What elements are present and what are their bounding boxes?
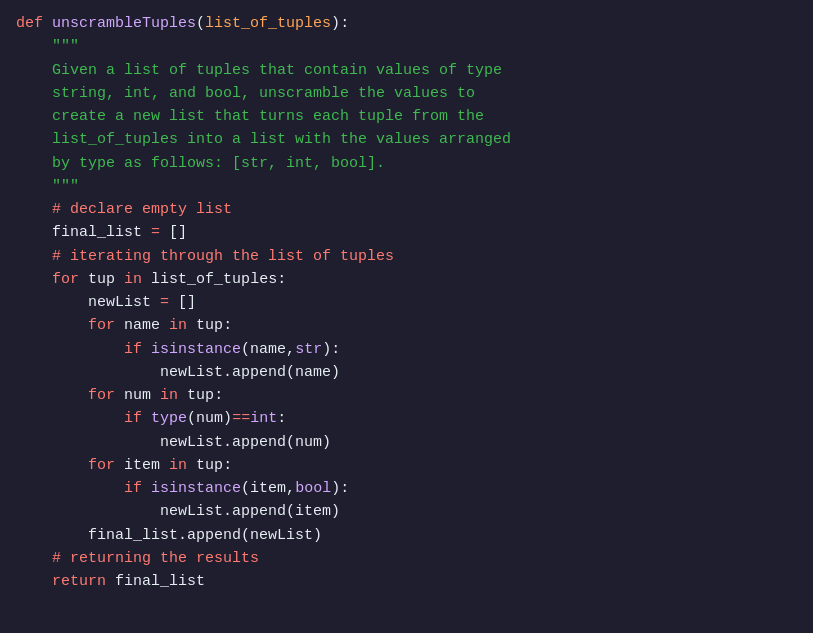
- code-line-append1: newList.append(name): [16, 361, 797, 384]
- code-line-doc3: create a new list that turns each tuple …: [16, 105, 797, 128]
- code-line-final-append: final_list.append(newList): [16, 524, 797, 547]
- code-line-comment1: # declare empty list: [16, 198, 797, 221]
- code-line-newlist: newList = []: [16, 291, 797, 314]
- code-line-if2: if type(num)==int:: [16, 407, 797, 430]
- code-line-doc1: Given a list of tuples that contain valu…: [16, 59, 797, 82]
- code-line-append2: newList.append(num): [16, 431, 797, 454]
- code-line-if3: if isinstance(item,bool):: [16, 477, 797, 500]
- code-line-doc5: by type as follows: [str, int, bool].: [16, 152, 797, 175]
- code-line-final-list: final_list = []: [16, 221, 797, 244]
- code-line-for3: for num in tup:: [16, 384, 797, 407]
- code-line-docclose: """: [16, 175, 797, 198]
- code-line-comment2: # iterating through the list of tuples: [16, 245, 797, 268]
- code-line-comment3: # returning the results: [16, 547, 797, 570]
- code-line-for1: for tup in list_of_tuples:: [16, 268, 797, 291]
- code-line-docopen: """: [16, 35, 797, 58]
- code-editor: def unscrambleTuples(list_of_tuples): ""…: [0, 0, 813, 633]
- code-line-doc4: list_of_tuples into a list with the valu…: [16, 128, 797, 151]
- code-line-for2: for name in tup:: [16, 314, 797, 337]
- code-line-doc2: string, int, and bool, unscramble the va…: [16, 82, 797, 105]
- code-line-append3: newList.append(item): [16, 500, 797, 523]
- code-line-1: def unscrambleTuples(list_of_tuples):: [16, 12, 797, 35]
- code-line-return: return final_list: [16, 570, 797, 593]
- code-line-if1: if isinstance(name,str):: [16, 338, 797, 361]
- code-line-for4: for item in tup:: [16, 454, 797, 477]
